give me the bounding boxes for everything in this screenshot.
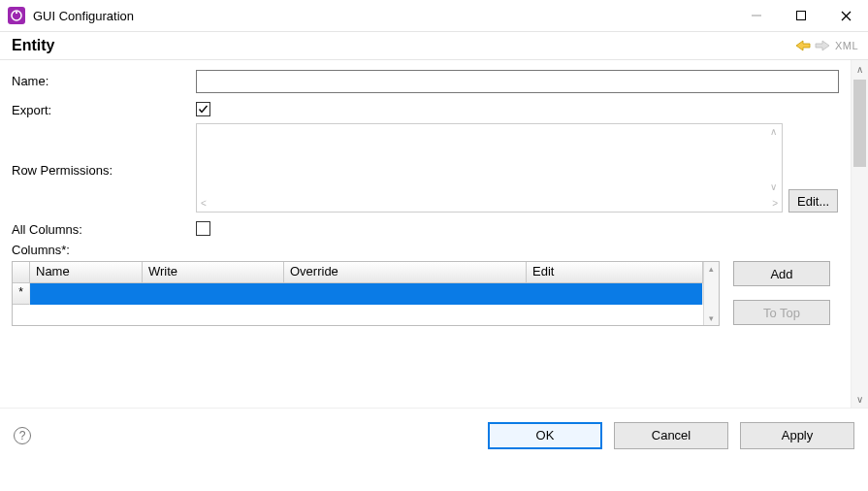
- body-vscroll[interactable]: ∧ ∨: [851, 60, 868, 408]
- scroll-down-icon[interactable]: ∨: [852, 390, 868, 408]
- rowperm-vscroll[interactable]: ∧∨: [764, 124, 782, 194]
- grid-header: Name Write Override Edit: [13, 262, 703, 283]
- grid-col-name[interactable]: Name: [30, 262, 143, 282]
- ok-button[interactable]: OK: [488, 422, 602, 449]
- xml-link[interactable]: XML: [835, 40, 858, 51]
- columns-label: Columns*:: [12, 243, 839, 257]
- help-icon[interactable]: ?: [14, 427, 31, 444]
- page-header: Entity XML: [0, 31, 868, 60]
- svg-rect-1: [16, 12, 17, 14]
- edit-button[interactable]: Edit...: [788, 189, 838, 213]
- svg-rect-3: [797, 12, 806, 20]
- grid-col-edit[interactable]: Edit: [527, 262, 703, 282]
- nav-back-icon[interactable]: [794, 37, 812, 54]
- columns-grid[interactable]: Name Write Override Edit * ▴▾: [12, 261, 720, 326]
- all-columns-label: All Columns:: [12, 218, 196, 237]
- name-input[interactable]: [196, 70, 839, 93]
- grid-col-write[interactable]: Write: [143, 262, 284, 282]
- rowperm-hscroll[interactable]: <>: [197, 194, 782, 212]
- grid-vscroll[interactable]: ▴▾: [703, 262, 719, 325]
- name-label: Name:: [12, 70, 196, 88]
- grid-row-header-blank: [13, 262, 30, 282]
- close-button[interactable]: [823, 0, 868, 31]
- scroll-up-icon[interactable]: ∧: [852, 60, 868, 78]
- all-columns-checkbox[interactable]: [196, 221, 210, 236]
- minimize-button[interactable]: [734, 0, 779, 31]
- export-label: Export:: [12, 99, 196, 117]
- row-permissions-label: Row Permissions:: [12, 159, 196, 178]
- scroll-thumb[interactable]: [853, 80, 866, 167]
- grid-new-row-selection[interactable]: [30, 283, 703, 305]
- titlebar: GUI Configuration: [0, 0, 868, 31]
- form-body: Name: Export: Row Permissions: ∧∨ <>: [0, 60, 868, 408]
- dialog-footer: ? OK Cancel Apply: [0, 408, 868, 462]
- export-checkbox[interactable]: [196, 102, 210, 116]
- app-icon: [8, 7, 25, 24]
- apply-button[interactable]: Apply: [740, 422, 854, 449]
- nav-forward-icon[interactable]: [814, 37, 831, 54]
- to-top-button[interactable]: To Top: [733, 300, 830, 325]
- grid-new-row-marker: *: [13, 283, 30, 305]
- cancel-button[interactable]: Cancel: [614, 422, 728, 449]
- window-title: GUI Configuration: [33, 9, 134, 23]
- grid-col-override[interactable]: Override: [284, 262, 527, 282]
- page-title: Entity: [12, 37, 54, 54]
- add-button[interactable]: Add: [733, 261, 830, 286]
- maximize-button[interactable]: [779, 0, 823, 31]
- grid-new-row[interactable]: *: [13, 283, 703, 305]
- row-permissions-box[interactable]: ∧∨ <>: [196, 123, 783, 213]
